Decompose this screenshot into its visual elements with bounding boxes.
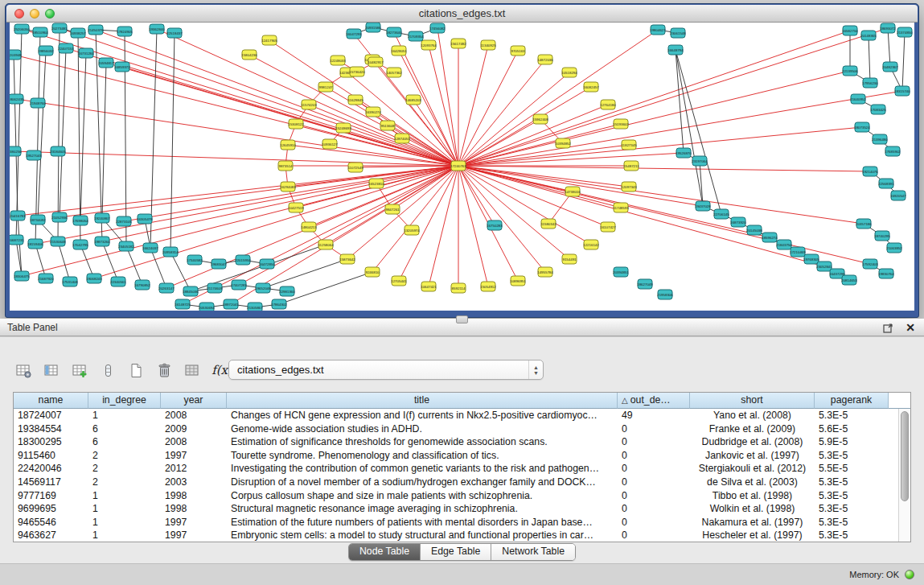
graph-edge[interactable] [458, 166, 870, 264]
graph-edge[interactable] [458, 166, 870, 171]
graph-node[interactable]: 18073524 [854, 122, 870, 132]
network-canvas[interactable]: 1724076315487211120973431174859316107427… [10, 23, 914, 311]
graph-node[interactable]: 9154491 [562, 254, 577, 264]
graph-node[interactable]: 15054912 [480, 282, 496, 291]
graph-node[interactable]: 17592403 [862, 259, 878, 269]
graph-node[interactable]: 15487211 [623, 161, 639, 171]
graph-node[interactable]: 17380256 [10, 146, 22, 156]
graph-node[interactable]: 21709354 [408, 31, 424, 41]
graph-node[interactable]: 21948760 [30, 98, 46, 108]
float-panel-icon[interactable] [881, 321, 894, 334]
graph-edge[interactable] [263, 259, 347, 288]
graph-node[interactable]: 16873920 [730, 217, 746, 227]
graph-node[interactable]: 17824905 [117, 27, 133, 36]
scrollbar-thumb[interactable] [901, 411, 909, 501]
graph-node[interactable]: 25206050 [14, 24, 30, 34]
graph-node[interactable]: 18734092 [30, 215, 46, 225]
graph-edge[interactable] [58, 28, 60, 241]
graph-node[interactable]: 19240867 [94, 213, 110, 223]
graph-node[interactable]: 20145038 [746, 225, 762, 235]
delete-table-icon[interactable] [152, 359, 176, 381]
table-row[interactable]: 946362711997Embryonic stem cells: a mode… [14, 529, 898, 542]
graph-node[interactable]: 21052936 [51, 212, 68, 222]
graph-node[interactable]: 15308122 [288, 119, 304, 129]
graph-node[interactable]: 13205974 [404, 225, 420, 235]
graph-node[interactable]: 21640952 [850, 94, 866, 104]
show-columns-icon[interactable] [39, 359, 64, 381]
graph-node[interactable]: 16938257 [70, 28, 86, 38]
graph-node[interactable]: 20931586 [365, 23, 381, 32]
table-row[interactable]: 1830029562008Estimation of significance … [14, 435, 898, 449]
graph-node[interactable]: 16428051 [391, 46, 407, 56]
column-header-title[interactable]: title [227, 393, 618, 409]
graph-node[interactable]: 19362840 [149, 24, 165, 34]
graph-node[interactable]: 20394851 [613, 267, 629, 277]
graph-node[interactable]: 20530694 [199, 303, 215, 311]
graph-node[interactable]: 16148725 [175, 299, 191, 309]
graph-node[interactable]: 12645910 [280, 140, 296, 150]
graph-edge[interactable] [458, 166, 591, 245]
graph-node[interactable]: 20416783 [10, 211, 26, 220]
graph-node[interactable]: 11748593 [613, 203, 629, 212]
graph-edge[interactable] [58, 241, 70, 282]
graph-node[interactable]: 22981360 [279, 286, 295, 296]
graph-node[interactable]: 14738016 [565, 187, 581, 196]
graph-node[interactable]: 18315740 [894, 86, 910, 96]
graph-node[interactable]: 20814653 [841, 275, 857, 285]
graph-node[interactable]: 21843750 [776, 240, 792, 249]
splitter-handle[interactable] [456, 315, 468, 323]
graph-node[interactable]: 11827345 [621, 140, 637, 150]
table-row[interactable]: 1456911722003Disruption of a novel membe… [14, 476, 898, 489]
graph-node[interactable]: 16047293 [346, 29, 362, 39]
graph-node[interactable]: 18306475 [14, 271, 30, 281]
graph-node[interactable]: 20357186 [856, 219, 872, 229]
graph-edge[interactable] [102, 63, 106, 218]
graph-node[interactable]: 16305478 [137, 214, 153, 224]
graph-node[interactable]: 17407283 [231, 280, 247, 290]
graph-node[interactable]: 17240763 [450, 161, 466, 171]
graph-node[interactable]: 18159406 [27, 239, 43, 249]
graph-node[interactable]: 20263147 [158, 283, 175, 293]
window-titlebar[interactable]: citations_edges.txt [6, 5, 918, 23]
graph-node[interactable]: 21687920 [38, 274, 54, 283]
column-header-year[interactable]: year [161, 393, 227, 409]
graph-node[interactable]: 18062435 [10, 94, 24, 104]
graph-node[interactable]: 19683047 [211, 259, 227, 269]
graph-node[interactable]: 22873105 [116, 216, 132, 226]
graph-edge[interactable] [458, 166, 703, 206]
graph-edge[interactable] [458, 166, 495, 225]
graph-node[interactable]: 20273481 [51, 23, 68, 33]
column-capsule-icon[interactable] [96, 359, 120, 381]
graph-node[interactable]: 8592114 [451, 283, 466, 293]
graph-node[interactable]: 15736420 [349, 67, 365, 76]
graph-node[interactable]: 19214076 [862, 167, 878, 176]
column-header-name[interactable]: name [14, 393, 88, 409]
graph-node[interactable]: 16523810 [368, 179, 384, 188]
graph-node[interactable]: 11072549 [347, 163, 363, 172]
tab-network-table[interactable]: Network Table [491, 544, 575, 560]
graph-node[interactable]: 9873514 [278, 161, 293, 171]
table-mode-icon[interactable] [11, 359, 35, 381]
graph-node[interactable]: 17698054 [72, 216, 88, 225]
graph-node[interactable]: 11574203 [301, 100, 317, 109]
table-row[interactable]: 1872400712008Changes of HCN gene express… [14, 409, 898, 422]
graph-node[interactable]: 21396480 [872, 134, 888, 144]
graph-edge[interactable] [80, 53, 86, 220]
create-column-icon[interactable] [68, 359, 92, 381]
graph-node[interactable]: 10896951 [510, 276, 526, 286]
close-panel-icon[interactable]: ✕ [904, 321, 917, 334]
graph-node[interactable]: 10482917 [368, 57, 384, 67]
table-row[interactable]: 946554611997Estimation of the future num… [14, 516, 898, 529]
graph-node[interactable]: 19804627 [650, 25, 666, 35]
graph-edge[interactable] [676, 50, 721, 214]
graph-edge[interactable] [170, 33, 175, 252]
vertical-scrollbar[interactable] [898, 409, 910, 542]
graph-node[interactable]: 18596274 [762, 233, 778, 242]
graph-node[interactable]: 17456082 [429, 23, 446, 33]
graph-edge[interactable] [700, 161, 703, 206]
graph-node[interactable]: 10427519 [288, 203, 304, 212]
graph-node[interactable]: 21374850 [897, 27, 913, 37]
graph-node[interactable]: 16624037 [142, 243, 158, 253]
graph-node[interactable]: 22706145 [713, 209, 729, 219]
graph-node[interactable]: 23405182 [118, 241, 134, 251]
